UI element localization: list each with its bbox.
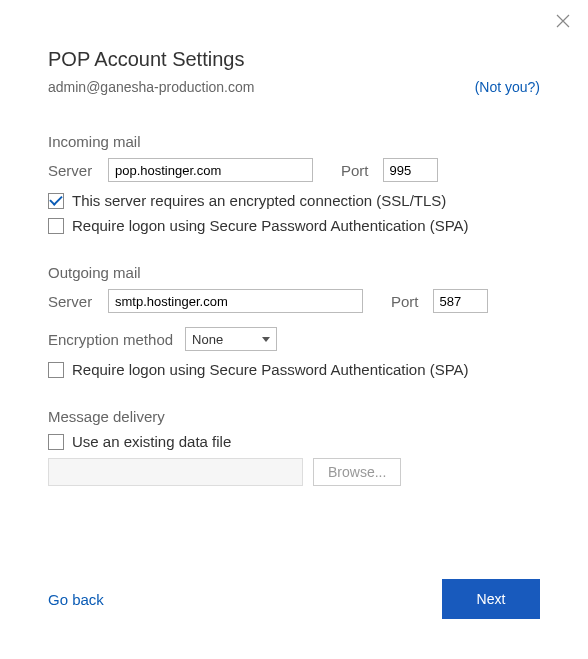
- close-icon[interactable]: [556, 14, 570, 31]
- datafile-path-input: [48, 458, 303, 486]
- outgoing-spa-checkbox[interactable]: [48, 362, 64, 378]
- go-back-link[interactable]: Go back: [48, 591, 104, 608]
- incoming-port-input[interactable]: [383, 158, 438, 182]
- outgoing-port-label: Port: [391, 293, 419, 310]
- outgoing-server-label: Server: [48, 293, 98, 310]
- outgoing-spa-label: Require logon using Secure Password Auth…: [72, 361, 469, 378]
- existing-file-label: Use an existing data file: [72, 433, 231, 450]
- incoming-heading: Incoming mail: [48, 133, 540, 150]
- next-button[interactable]: Next: [442, 579, 540, 619]
- outgoing-server-input[interactable]: [108, 289, 363, 313]
- incoming-spa-label: Require logon using Secure Password Auth…: [72, 217, 469, 234]
- outgoing-heading: Outgoing mail: [48, 264, 540, 281]
- encryption-dropdown[interactable]: None: [185, 327, 277, 351]
- incoming-spa-checkbox[interactable]: [48, 218, 64, 234]
- existing-file-checkbox[interactable]: [48, 434, 64, 450]
- outgoing-port-input[interactable]: [433, 289, 488, 313]
- incoming-server-input[interactable]: [108, 158, 313, 182]
- ssl-checkbox[interactable]: [48, 193, 64, 209]
- incoming-port-label: Port: [341, 162, 369, 179]
- not-you-link[interactable]: (Not you?): [475, 79, 540, 95]
- encryption-value: None: [192, 332, 223, 347]
- encryption-label: Encryption method: [48, 331, 173, 348]
- chevron-down-icon: [262, 337, 270, 342]
- ssl-label: This server requires an encrypted connec…: [72, 192, 446, 209]
- browse-button[interactable]: Browse...: [313, 458, 401, 486]
- delivery-heading: Message delivery: [48, 408, 540, 425]
- account-email: admin@ganesha-production.com: [48, 79, 254, 95]
- page-title: POP Account Settings: [48, 48, 540, 71]
- incoming-server-label: Server: [48, 162, 98, 179]
